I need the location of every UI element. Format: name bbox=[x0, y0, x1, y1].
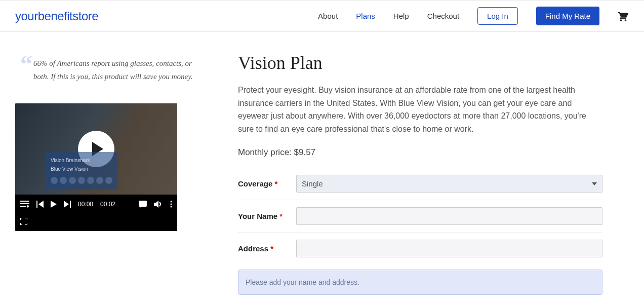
logo[interactable]: yourbenefitstore bbox=[15, 9, 98, 23]
quote-icon: “ bbox=[20, 57, 28, 83]
mini-icon bbox=[60, 177, 67, 184]
overlay-line2: Blue View Vision bbox=[51, 165, 112, 173]
page-title: Vision Plan bbox=[238, 52, 602, 73]
video-thumbnail[interactable]: Vision Brainshark Blue View Vision bbox=[15, 103, 177, 195]
prev-track-icon[interactable] bbox=[36, 201, 44, 208]
nav-help[interactable]: Help bbox=[393, 12, 409, 20]
address-input[interactable] bbox=[296, 240, 602, 257]
svg-point-8 bbox=[171, 206, 172, 208]
mini-icon bbox=[105, 177, 112, 184]
mini-icon bbox=[69, 177, 76, 184]
svg-rect-2 bbox=[20, 206, 26, 207]
main-nav: About Plans Help Checkout Log In Find My… bbox=[318, 7, 629, 25]
svg-rect-5 bbox=[139, 201, 147, 207]
validation-alert: Please add your name and address. bbox=[238, 270, 602, 295]
price-line: Monthly price: $9.57 bbox=[238, 147, 602, 158]
left-column: “ 66% of Americans report using glasses,… bbox=[15, 52, 208, 304]
quote-block: “ 66% of Americans report using glasses,… bbox=[20, 57, 208, 83]
svg-rect-1 bbox=[20, 203, 29, 204]
fullscreen-icon[interactable] bbox=[20, 218, 172, 225]
mini-icon bbox=[96, 177, 103, 184]
cart-icon[interactable] bbox=[618, 11, 629, 21]
coverage-select[interactable]: Single bbox=[296, 175, 602, 193]
main-container: “ 66% of Americans report using glasses,… bbox=[0, 32, 644, 304]
mini-icon bbox=[78, 177, 85, 184]
right-column: Vision Plan Protect your eyesight. Buy v… bbox=[238, 52, 602, 304]
playlist-icon[interactable] bbox=[20, 201, 29, 208]
next-track-icon[interactable] bbox=[64, 201, 71, 208]
svg-rect-0 bbox=[20, 201, 29, 202]
nav-checkout[interactable]: Checkout bbox=[427, 12, 459, 20]
volume-icon[interactable] bbox=[154, 201, 163, 208]
nav-about[interactable]: About bbox=[318, 12, 338, 20]
quote-text: 66% of Americans report using glasses, c… bbox=[33, 57, 208, 83]
overlay-icons bbox=[51, 175, 112, 185]
time-total: 00:02 bbox=[100, 201, 115, 208]
address-label: Address * bbox=[238, 244, 296, 253]
svg-rect-4 bbox=[70, 201, 71, 208]
address-row: Address * bbox=[238, 233, 602, 264]
play-icon[interactable] bbox=[51, 201, 57, 208]
name-label: Your Name * bbox=[238, 212, 296, 220]
name-row: Your Name * bbox=[238, 200, 602, 233]
overlay-line1: Vision Brainshark bbox=[51, 156, 112, 165]
name-input[interactable] bbox=[296, 207, 602, 225]
nav-plans[interactable]: Plans bbox=[356, 12, 375, 20]
login-button[interactable]: Log In bbox=[477, 7, 518, 25]
find-rate-button[interactable]: Find My Rate bbox=[536, 7, 599, 25]
svg-rect-3 bbox=[36, 201, 37, 208]
mini-icon bbox=[51, 177, 58, 184]
plan-description: Protect your eyesight. Buy vision insura… bbox=[238, 84, 602, 135]
coverage-label: Coverage * bbox=[238, 179, 296, 188]
header: yourbenefitstore About Plans Help Checko… bbox=[0, 0, 644, 32]
time-current: 00:00 bbox=[78, 201, 93, 208]
coverage-row: Coverage * Single bbox=[238, 168, 602, 200]
svg-point-7 bbox=[171, 204, 172, 205]
video-controls: 00:00 00:02 bbox=[15, 195, 177, 231]
svg-point-6 bbox=[171, 201, 172, 203]
captions-icon[interactable] bbox=[139, 201, 147, 208]
video-overlay: Vision Brainshark Blue View Vision bbox=[46, 152, 117, 189]
mini-icon bbox=[87, 177, 94, 184]
more-icon[interactable] bbox=[170, 201, 172, 208]
video-player: Vision Brainshark Blue View Vision bbox=[15, 103, 177, 231]
